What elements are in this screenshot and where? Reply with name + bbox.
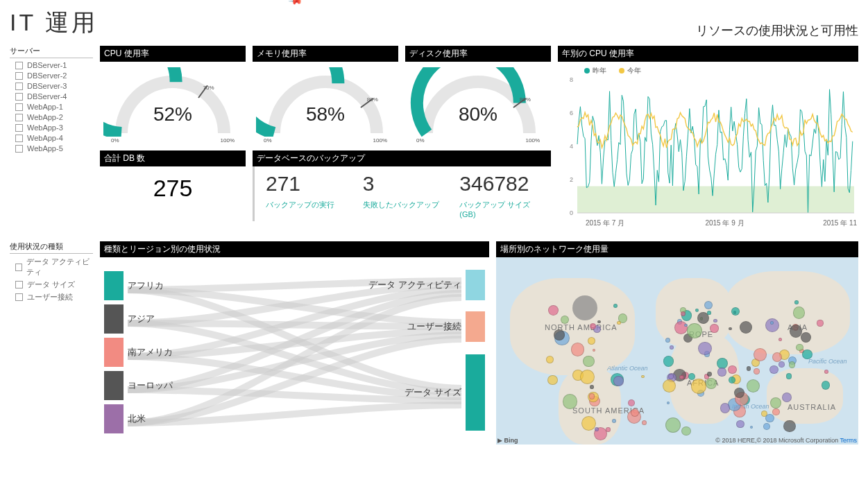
server-item[interactable]: DBServer-2 <box>15 71 93 80</box>
map-bubble[interactable] <box>710 324 719 333</box>
map-bubble[interactable] <box>679 375 684 380</box>
sankey-target[interactable]: データ アクティビティ <box>368 270 485 300</box>
usage-type-item[interactable]: データ アクティビティ <box>15 257 93 277</box>
sankey-source[interactable]: ヨーロッパ <box>104 371 173 400</box>
checkbox-icon <box>15 72 23 80</box>
server-item[interactable]: DBServer-4 <box>15 92 93 101</box>
map-bubble[interactable] <box>783 420 796 433</box>
map-bubble[interactable] <box>754 348 767 362</box>
map-bubble[interactable] <box>706 378 717 389</box>
map-bubble[interactable] <box>668 374 674 379</box>
map-bubble[interactable] <box>729 327 732 331</box>
map-bubble[interactable] <box>667 402 670 404</box>
map-bubble[interactable] <box>687 323 702 338</box>
checkbox-icon <box>15 293 23 301</box>
map-bubble[interactable] <box>547 375 557 385</box>
sankey-target[interactable]: ユーザー接続 <box>407 311 485 342</box>
map-bubble[interactable] <box>663 379 676 393</box>
map-bubble[interactable] <box>681 426 691 436</box>
map-bubble[interactable] <box>691 379 706 394</box>
map-bubble[interactable] <box>750 426 753 429</box>
db-total-card[interactable]: 合計 DB 数 275 <box>100 150 246 210</box>
map-bubble[interactable] <box>770 397 781 408</box>
sankey-source[interactable]: アジア <box>104 304 155 334</box>
map-bubble[interactable] <box>631 408 639 417</box>
map-bubble[interactable] <box>665 417 681 433</box>
map-bubble[interactable] <box>802 350 812 360</box>
server-item[interactable]: WebApp-3 <box>15 123 93 132</box>
checkbox-icon <box>15 135 23 142</box>
map-bubble[interactable] <box>563 394 577 408</box>
map-bubble[interactable] <box>554 329 565 340</box>
map-bubble[interactable] <box>796 344 803 351</box>
map-bubble[interactable] <box>571 343 584 356</box>
map-bubble[interactable] <box>707 372 712 377</box>
map-bubble[interactable] <box>734 388 744 398</box>
map-bubble[interactable] <box>754 368 760 374</box>
map-card[interactable]: 場所別のネットワーク使用量 ▶ Bing © 2018 HERE,© 2018 … <box>496 241 858 445</box>
cpu-gauge-min: 0% <box>111 137 119 144</box>
memory-gauge-card[interactable]: メモリ使用率 58% 0% 100% 80% <box>253 46 398 145</box>
map-bubble[interactable] <box>817 320 823 326</box>
map-bubble[interactable] <box>670 345 674 350</box>
map-bubble[interactable] <box>681 311 686 316</box>
map-bubble[interactable] <box>613 304 618 308</box>
map-bubble[interactable] <box>628 399 635 406</box>
map-bubble[interactable] <box>740 321 752 334</box>
usage-type-item[interactable]: ユーザー接続 <box>15 292 93 302</box>
map-bubble[interactable] <box>561 316 569 324</box>
sankey-source[interactable]: アフリカ <box>104 271 164 300</box>
map-bubble[interactable] <box>717 368 726 376</box>
sankey-target[interactable]: データ サイズ <box>405 354 485 431</box>
map-terms-link[interactable]: Terms <box>840 437 858 444</box>
map-bubble[interactable] <box>778 361 785 368</box>
map-bubble[interactable] <box>763 423 770 430</box>
server-item[interactable]: WebApp-1 <box>15 103 93 111</box>
map-bubble[interactable] <box>590 323 596 329</box>
map-bubble[interactable] <box>736 420 744 428</box>
map-bubble[interactable] <box>684 324 688 327</box>
map-bubble[interactable] <box>772 352 782 362</box>
server-label: DBServer-3 <box>27 82 67 90</box>
map-bubble[interactable] <box>769 365 778 374</box>
cpu-yearly-card[interactable]: 年別の CPU 使用率 昨年 今年 024682015 年 7 月2015 年 … <box>558 46 858 232</box>
sankey-card[interactable]: 種類とリージョン別の使用状況 アフリカアジア南アメリカヨーロッパ北米データ アク… <box>100 241 489 445</box>
sankey-source-label: アジア <box>124 313 155 325</box>
map-bubble[interactable] <box>548 305 559 316</box>
map-bubble[interactable] <box>747 379 760 393</box>
svg-text:2015 年 9 月: 2015 年 9 月 <box>705 219 744 227</box>
server-item[interactable]: WebApp-2 <box>15 113 93 121</box>
sankey-source[interactable]: 北米 <box>104 404 146 433</box>
server-item[interactable]: DBServer-3 <box>15 82 93 90</box>
disk-gauge-card[interactable]: ディスク使用率 80% 0% 100% 80% <box>405 46 551 145</box>
map-bubble[interactable] <box>707 311 711 315</box>
map-bubble[interactable] <box>581 416 596 431</box>
legend-this-year: 今年 <box>627 66 641 76</box>
disk-gauge-min: 0% <box>416 137 425 144</box>
map-bubble[interactable] <box>794 300 799 304</box>
map-bubble[interactable] <box>801 332 811 343</box>
server-item[interactable]: WebApp-4 <box>15 134 93 142</box>
map-bubble[interactable] <box>728 365 736 374</box>
map-bubble[interactable] <box>747 366 751 371</box>
map-bubble[interactable] <box>822 381 831 390</box>
cpu-gauge-card[interactable]: CPU 使用率 52% 0% 100% 70% <box>100 46 246 145</box>
sankey-source[interactable]: 南アメリカ <box>104 338 173 367</box>
map-bubble[interactable] <box>793 307 806 319</box>
map-bubble[interactable] <box>765 414 774 423</box>
map-bubble[interactable] <box>641 375 644 378</box>
map-bubble[interactable] <box>617 321 620 325</box>
map-bubble[interactable] <box>789 361 795 368</box>
server-item[interactable]: DBServer-1 <box>15 61 93 69</box>
map-bubble[interactable] <box>595 427 599 431</box>
map-bubble[interactable] <box>572 295 597 320</box>
server-item[interactable]: WebApp-5 <box>15 144 93 153</box>
sankey-node-bar <box>466 311 485 342</box>
map-bubble[interactable] <box>698 342 712 356</box>
map-bubble[interactable] <box>642 420 647 425</box>
map-bubble[interactable] <box>613 376 623 386</box>
sankey-node-bar <box>104 304 124 334</box>
usage-type-item[interactable]: データ サイズ <box>15 279 93 290</box>
map-bubble[interactable] <box>590 385 594 389</box>
map-bubble[interactable] <box>663 356 674 366</box>
